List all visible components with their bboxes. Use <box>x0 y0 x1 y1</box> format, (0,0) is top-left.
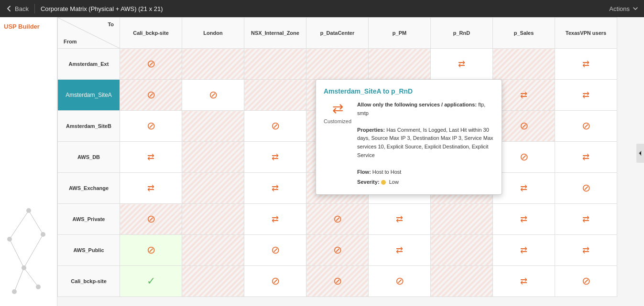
cell[interactable]: ⊘ <box>306 266 369 297</box>
cell[interactable]: ⇄ <box>120 173 182 204</box>
cell[interactable] <box>431 235 493 266</box>
cell[interactable]: ⇄ <box>555 142 617 173</box>
row-header-aws-public[interactable]: AWS_Public <box>58 235 120 266</box>
cell[interactable]: ⊘ <box>120 235 182 266</box>
cell[interactable] <box>182 173 244 204</box>
cell[interactable]: ✓ <box>120 266 182 297</box>
cell[interactable]: ⊘ <box>493 142 555 173</box>
cell[interactable]: ⊘ <box>555 173 617 204</box>
cell[interactable] <box>182 204 244 235</box>
cell[interactable]: ⇄ <box>120 142 182 173</box>
cell[interactable]: ⊘ <box>244 266 306 297</box>
svg-point-9 <box>22 265 26 270</box>
cell[interactable]: ⊘ <box>555 266 617 297</box>
sidebar-graph <box>0 201 57 296</box>
matrix-area[interactable]: To From Cali_bckp-site London NSX_Intern… <box>57 17 644 306</box>
cell[interactable]: ⇄ <box>555 49 617 80</box>
cell[interactable] <box>493 49 555 80</box>
collapse-sidebar-button[interactable] <box>636 144 644 163</box>
cell[interactable] <box>369 49 431 80</box>
tooltip-body: ⇄ Customized Allow only the following se… <box>324 101 494 187</box>
row-header-aws-db[interactable]: AWS_DB <box>58 142 120 173</box>
cell[interactable]: ⊘ <box>369 266 431 297</box>
cell[interactable]: ⊘ <box>244 111 306 142</box>
svg-point-7 <box>7 237 12 242</box>
col-header-psales[interactable]: p_Sales <box>493 18 555 49</box>
col-header-london[interactable]: London <box>182 18 244 49</box>
cell[interactable] <box>244 49 306 80</box>
cell[interactable]: ⇄ <box>555 80 617 111</box>
row-header-amsterdam-siteb[interactable]: Amsterdam_SiteB <box>58 111 120 142</box>
sidebar: USP Builder <box>0 17 57 306</box>
actions-button[interactable]: Actions <box>609 5 638 12</box>
cell[interactable] <box>431 266 493 297</box>
cell[interactable]: ⇄ <box>493 235 555 266</box>
cell-tooltip: Amsterdam_SiteA to p_RnD ⇄ Customized Al… <box>316 79 502 195</box>
cell[interactable]: ⊘ <box>120 49 182 80</box>
cell[interactable]: ⇄ <box>369 204 431 235</box>
cell[interactable]: ⊘ <box>555 111 617 142</box>
cell[interactable]: ⇄ <box>431 49 493 80</box>
header-row: To From Cali_bckp-site London NSX_Intern… <box>58 18 617 49</box>
row-header-amsterdam-ext[interactable]: Amsterdam_Ext <box>58 49 120 80</box>
row-aws-public: AWS_Public ⊘ ⊘ ⊘ ⇄ ⇄ ⇄ <box>58 235 617 266</box>
row-header-cali-bckp-site[interactable]: Cali_bckp-site <box>58 266 120 297</box>
cell[interactable]: ⇄ <box>369 235 431 266</box>
row-aws-private: AWS_Private ⊘ ⇄ ⊘ ⇄ ⇄ ⇄ <box>58 204 617 235</box>
cell[interactable] <box>244 80 306 111</box>
cell[interactable]: ⇄ <box>555 235 617 266</box>
tooltip-flow: Flow: Host to Host <box>357 168 494 177</box>
cell[interactable] <box>182 235 244 266</box>
col-header-nsx[interactable]: NSX_Internal_Zone <box>244 18 306 49</box>
col-header-prnd[interactable]: p_RnD <box>431 18 493 49</box>
svg-line-5 <box>24 268 38 287</box>
col-header-pdatacenter[interactable]: p_DataCenter <box>306 18 369 49</box>
cell[interactable]: ⊘ <box>306 204 369 235</box>
cell[interactable]: ⇄ <box>244 142 306 173</box>
cell[interactable]: ⇄ <box>493 204 555 235</box>
cell[interactable]: ⇄ <box>493 266 555 297</box>
cell[interactable]: ⊘ <box>120 204 182 235</box>
sidebar-brand: USP Builder <box>4 23 40 30</box>
svg-point-8 <box>41 232 45 237</box>
cell[interactable]: ⊘ <box>306 235 369 266</box>
corner-cell: To From <box>58 18 120 49</box>
cell[interactable]: ⊘ <box>120 80 182 111</box>
row-header-aws-private[interactable]: AWS_Private <box>58 204 120 235</box>
cell[interactable]: ⊘ <box>182 80 244 111</box>
page-title: Corporate Matrix (Physical + AWS) (21 x … <box>41 5 163 12</box>
topbar-divider <box>34 4 35 13</box>
row-header-amsterdam-sitea[interactable]: Amsterdam_SiteA <box>58 80 120 111</box>
tooltip-icon-label: Customized <box>324 118 351 124</box>
cell[interactable]: ⊘ <box>244 235 306 266</box>
svg-line-0 <box>10 211 29 239</box>
back-button[interactable]: Back <box>6 5 29 12</box>
cell[interactable]: ⇄ <box>493 173 555 204</box>
cell[interactable]: ⊘ <box>120 111 182 142</box>
svg-point-11 <box>36 285 41 289</box>
cell[interactable] <box>182 266 244 297</box>
col-header-cali[interactable]: Cali_bckp-site <box>120 18 182 49</box>
cell[interactable]: ⇄ <box>493 80 555 111</box>
cell[interactable] <box>431 204 493 235</box>
cell[interactable] <box>182 111 244 142</box>
col-header-texasvpn[interactable]: TexasVPN users <box>555 18 617 49</box>
row-cali-bckp-site: Cali_bckp-site ✓ ⊘ ⊘ ⊘ ⇄ ⊘ <box>58 266 617 297</box>
cell[interactable]: ⊘ <box>493 111 555 142</box>
cell[interactable]: ⇄ <box>555 204 617 235</box>
cell[interactable]: ⇄ <box>244 204 306 235</box>
cell[interactable] <box>182 49 244 80</box>
col-header-ppm[interactable]: p_PM <box>369 18 431 49</box>
svg-line-4 <box>14 268 24 292</box>
cell[interactable]: ⇄ <box>244 173 306 204</box>
tooltip-allow: Allow only the following services / appl… <box>357 101 494 117</box>
topbar-right: Actions <box>609 0 644 17</box>
tooltip-icon-area: ⇄ Customized <box>324 101 351 187</box>
cell[interactable] <box>306 49 369 80</box>
severity-dot <box>381 180 386 185</box>
cell[interactable] <box>182 142 244 173</box>
topbar: Back Corporate Matrix (Physical + AWS) (… <box>0 0 644 17</box>
svg-line-1 <box>29 211 43 234</box>
row-header-aws-exchange[interactable]: AWS_Exchange <box>58 173 120 204</box>
tooltip-bidir-icon: ⇄ <box>332 101 343 116</box>
